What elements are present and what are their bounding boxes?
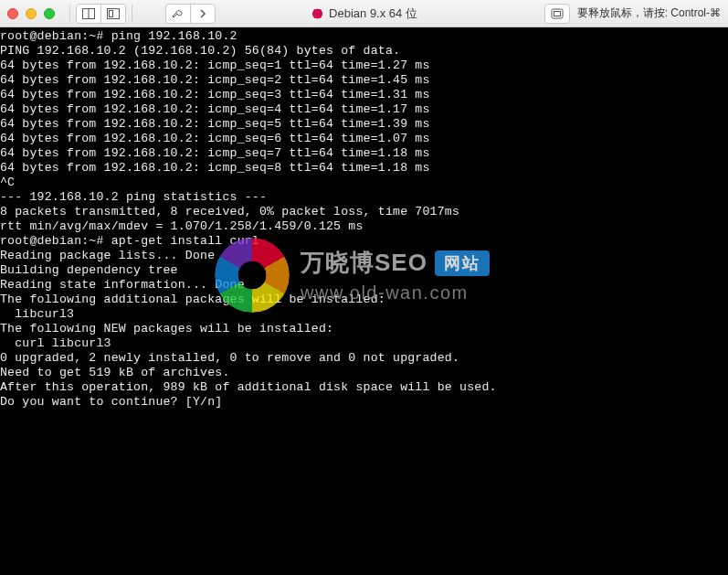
traffic-lights <box>7 8 55 19</box>
terminal-line: 64 bytes from 192.168.10.2: icmp_seq=5 t… <box>0 117 728 132</box>
screenshot-icon <box>551 8 564 19</box>
terminal-line: 64 bytes from 192.168.10.2: icmp_seq=3 t… <box>0 88 728 102</box>
layout-button[interactable] <box>100 4 126 24</box>
terminal-line: After this operation, 989 kB of addition… <box>0 380 728 395</box>
view-button-group <box>76 4 126 24</box>
layout-icon <box>107 8 120 19</box>
terminal-line: 64 bytes from 192.168.10.2: icmp_seq=8 t… <box>0 161 728 176</box>
next-button[interactable] <box>190 4 216 24</box>
terminal-line: Need to get 519 kB of archives. <box>0 366 728 380</box>
terminal-line: 64 bytes from 192.168.10.2: icmp_seq=4 t… <box>0 102 728 117</box>
tools-button[interactable] <box>165 4 191 24</box>
terminal-line: rtt min/avg/max/mdev = 1.070/1.258/1.459… <box>0 219 728 234</box>
terminal-line: Do you want to continue? [Y/n] <box>0 395 728 410</box>
separator <box>69 5 70 23</box>
terminal-line: 64 bytes from 192.168.10.2: icmp_seq=7 t… <box>0 146 728 161</box>
terminal-line: 64 bytes from 192.168.10.2: icmp_seq=2 t… <box>0 73 728 88</box>
titlebar-right: 要释放鼠标，请按: Control-⌘ <box>544 4 721 24</box>
svg-rect-5 <box>554 11 560 16</box>
tool-button-group <box>165 4 216 24</box>
svg-rect-4 <box>552 9 563 18</box>
zoom-icon[interactable] <box>44 8 55 19</box>
wrench-icon <box>172 8 185 19</box>
terminal-line: Reading state information... Done <box>0 278 728 293</box>
window-title-text: Debian 9.x 64 位 <box>329 5 417 22</box>
close-icon[interactable] <box>7 8 18 19</box>
terminal-line: root@debian:~# ping 192.168.10.2 <box>0 29 728 44</box>
terminal-line: root@debian:~# apt-get install curl <box>0 234 728 249</box>
terminal-line: curl libcurl3 <box>0 336 728 351</box>
terminal-line: 8 packets transmitted, 8 received, 0% pa… <box>0 205 728 219</box>
terminal-line: PING 192.168.10.2 (192.168.10.2) 56(84) … <box>0 44 728 59</box>
debian-icon <box>311 7 323 20</box>
terminal-line: The following additional packages will b… <box>0 293 728 307</box>
terminal-line: 64 bytes from 192.168.10.2: icmp_seq=1 t… <box>0 59 728 73</box>
chevron-right-icon <box>198 8 207 19</box>
screenshot-button[interactable] <box>544 4 570 24</box>
svg-rect-3 <box>110 10 113 16</box>
window-title: Debian 9.x 64 位 <box>311 5 417 22</box>
terminal-line: The following NEW packages will be insta… <box>0 322 728 336</box>
window-titlebar: Debian 9.x 64 位 要释放鼠标，请按: Control-⌘ <box>0 0 728 27</box>
terminal-line: --- 192.168.10.2 ping statistics --- <box>0 190 728 205</box>
separator <box>132 5 132 23</box>
terminal-line: ^C <box>0 176 728 190</box>
terminal-line: libcurl3 <box>0 307 728 322</box>
minimize-icon[interactable] <box>26 8 37 19</box>
terminal-line: 64 bytes from 192.168.10.2: icmp_seq=6 t… <box>0 132 728 146</box>
terminal[interactable]: root@debian:~# ping 192.168.10.2PING 192… <box>0 27 728 575</box>
view-columns-button[interactable] <box>76 4 101 24</box>
view-columns-icon <box>82 8 95 19</box>
terminal-line: Building dependency tree <box>0 263 728 278</box>
terminal-line: 0 upgraded, 2 newly installed, 0 to remo… <box>0 351 728 366</box>
release-mouse-hint: 要释放鼠标，请按: Control-⌘ <box>577 5 721 21</box>
terminal-line: Reading package lists... Done <box>0 249 728 263</box>
